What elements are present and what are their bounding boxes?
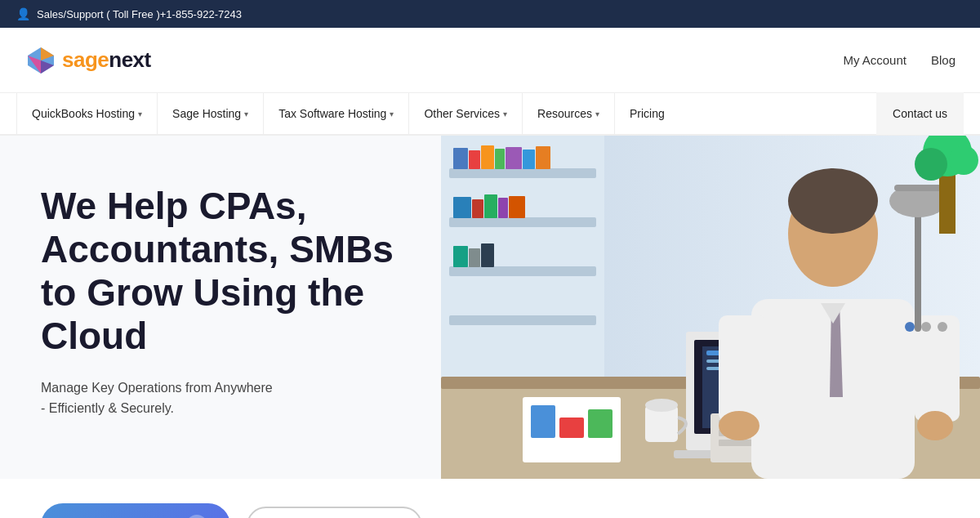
svg-point-60: [949, 145, 978, 175]
quickbooks-chevron-icon: ▾: [138, 109, 142, 118]
top-bar: 👤 Sales/Support ( Toll Free )+1-855-922-…: [0, 0, 980, 28]
nav-resources-label: Resources: [537, 107, 592, 120]
svg-rect-25: [481, 243, 494, 267]
hero-subtitle: Manage Key Operations from Anywhere - Ef…: [41, 377, 425, 419]
svg-rect-48: [915, 201, 921, 332]
svg-rect-13: [481, 145, 494, 169]
svg-rect-21: [498, 198, 508, 218]
svg-rect-54: [531, 405, 555, 438]
logo-sage: sage: [62, 47, 109, 72]
support-text: Sales/Support ( Toll Free )+1-855-922-72…: [37, 8, 242, 20]
svg-rect-56: [588, 409, 612, 438]
hero-subtitle-line1: Manage Key Operations from Anywhere: [41, 381, 273, 395]
hero-scene-svg: [441, 136, 980, 479]
logo-text: sagenext: [62, 47, 151, 73]
nav-pricing[interactable]: Pricing: [615, 92, 679, 135]
nav-items: QuickBooks Hosting ▾ Sage Hosting ▾ Tax …: [16, 92, 876, 135]
svg-rect-20: [484, 194, 497, 218]
my-account-link[interactable]: My Account: [843, 53, 906, 67]
svg-rect-7: [449, 168, 596, 178]
svg-point-52: [645, 399, 678, 412]
nav-pricing-label: Pricing: [630, 107, 665, 120]
svg-rect-9: [449, 266, 596, 276]
nav-tax-software[interactable]: Tax Software Hosting ▾: [264, 92, 409, 135]
svg-rect-16: [523, 150, 535, 169]
other-chevron-icon: ▾: [503, 109, 507, 118]
svg-rect-43: [719, 315, 768, 422]
nav-other-services[interactable]: Other Services ▾: [409, 92, 523, 135]
nav-sage-hosting[interactable]: Sage Hosting ▾: [158, 92, 264, 135]
svg-rect-22: [509, 196, 525, 218]
nav-contact-label: Contact us: [893, 107, 947, 120]
svg-point-59: [915, 148, 947, 181]
resources-chevron-icon: ▾: [595, 109, 599, 118]
hero-title: We Help CPAs, Accountants, SMBs to Grow …: [41, 185, 425, 358]
svg-rect-14: [495, 149, 505, 169]
tax-chevron-icon: ▾: [390, 109, 394, 118]
svg-point-40: [788, 168, 878, 234]
logo[interactable]: sagenext: [24, 44, 151, 77]
header-links: My Account Blog: [843, 53, 956, 67]
nav-other-label: Other Services: [424, 107, 500, 120]
slide-dot-2[interactable]: [921, 322, 931, 332]
svg-rect-10: [449, 315, 596, 325]
blog-link[interactable]: Blog: [931, 53, 956, 67]
hero-subtitle-line2: - Efficiently & Securely.: [41, 401, 174, 415]
nav-sage-label: Sage Hosting: [172, 107, 241, 120]
svg-rect-17: [536, 146, 550, 169]
slide-dot-1[interactable]: [905, 322, 915, 332]
trial-arrow-icon: ›: [186, 515, 207, 518]
free-trial-button[interactable]: Get Free Trial Now ›: [41, 503, 230, 518]
svg-rect-55: [559, 418, 584, 438]
cta-section: Get Free Trial Now › 📞 | 1-855-922-7243 …: [0, 479, 980, 518]
nav-quickbooks[interactable]: QuickBooks Hosting ▾: [16, 92, 158, 135]
hero-section: We Help CPAs, Accountants, SMBs to Grow …: [0, 136, 980, 479]
svg-rect-8: [449, 217, 596, 227]
slide-dots: [905, 322, 947, 332]
svg-point-45: [719, 411, 760, 440]
svg-point-46: [917, 411, 953, 440]
hero-image: [441, 136, 980, 479]
nav-tax-label: Tax Software Hosting: [278, 107, 386, 120]
svg-rect-15: [506, 147, 522, 169]
phone-button[interactable]: 📞 | 1-855-922-7243: [247, 507, 421, 519]
person-icon: 👤: [16, 7, 30, 20]
nav-contact[interactable]: Contact us: [876, 92, 964, 135]
nav-quickbooks-label: QuickBooks Hosting: [32, 107, 135, 120]
svg-rect-24: [469, 248, 480, 267]
sage-chevron-icon: ▾: [244, 109, 248, 118]
slide-dot-3[interactable]: [938, 322, 947, 332]
cta-buttons: Get Free Trial Now › 📞 | 1-855-922-7243: [41, 503, 939, 518]
svg-rect-50: [894, 185, 942, 191]
logo-next: next: [109, 47, 150, 72]
nav: QuickBooks Hosting ▾ Sage Hosting ▾ Tax …: [0, 93, 980, 136]
header: sagenext My Account Blog: [0, 28, 980, 93]
logo-icon: [24, 44, 57, 77]
svg-rect-12: [469, 150, 480, 169]
nav-resources[interactable]: Resources ▾: [523, 92, 615, 135]
svg-rect-19: [472, 199, 483, 218]
hero-content: We Help CPAs, Accountants, SMBs to Grow …: [0, 136, 457, 452]
